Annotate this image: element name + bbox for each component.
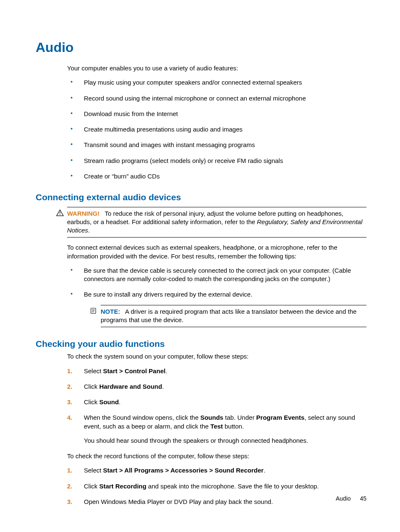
warning-text-end: . (88, 227, 90, 234)
list-item: Download music from the Internet (67, 110, 366, 118)
step-subtext: You should hear sound through the speake… (84, 436, 366, 445)
list-item: Record sound using the internal micropho… (67, 94, 366, 103)
step-item: 4.When the Sound window opens, click the… (67, 413, 366, 445)
list-item: Be sure that the device cable is securel… (67, 266, 366, 284)
heading-checking: Checking your audio functions (36, 338, 366, 350)
step-item: 3.Click Sound. (67, 398, 366, 406)
step-item: 1.Select Start > Control Panel. (67, 367, 366, 375)
warning-icon (56, 209, 64, 216)
heading-connecting: Connecting external audio devices (36, 191, 366, 203)
page-number: 45 (360, 495, 366, 502)
tip-text: Be sure to install any drivers required … (84, 291, 252, 298)
step-item: 1.Select Start > All Programs > Accessor… (67, 466, 366, 475)
note-callout: NOTE: A driver is a required program tha… (101, 305, 366, 328)
list-item: Create or “burn” audio CDs (67, 172, 366, 181)
note-icon (90, 307, 97, 314)
list-item: Be sure to install any drivers required … (67, 290, 366, 327)
record-steps: 1.Select Start > All Programs > Accessor… (67, 466, 366, 506)
step-item: 2.Click Start Recording and speak into t… (67, 482, 366, 491)
page-footer: Audio 45 (336, 495, 366, 503)
note-text: A driver is a required program that acts… (101, 308, 356, 323)
list-item: Stream radio programs (select models onl… (67, 157, 366, 165)
warning-label: WARNING! (67, 210, 100, 217)
list-item: Play music using your computer speakers … (67, 78, 366, 87)
intro-paragraph: Your computer enables you to use a varie… (67, 64, 366, 72)
list-item: Create multimedia presentations using au… (67, 125, 366, 134)
list-item: Transmit sound and images with instant m… (67, 141, 366, 149)
heading-audio: Audio (36, 39, 366, 57)
tips-list: Be sure that the device cable is securel… (67, 266, 366, 327)
warning-callout: WARNING! To reduce the risk of personal … (67, 207, 366, 238)
record-intro: To check the record functions of the com… (67, 452, 366, 460)
sound-steps: 1.Select Start > Control Panel. 2.Click … (67, 367, 366, 445)
connect-paragraph: To connect external devices such as exte… (67, 243, 366, 261)
svg-point-1 (60, 214, 60, 215)
check-intro: To check the system sound on your comput… (67, 352, 366, 361)
footer-section: Audio (336, 495, 351, 502)
note-label: NOTE: (101, 308, 120, 315)
step-item: 2.Click Hardware and Sound. (67, 382, 366, 391)
feature-list: Play music using your computer speakers … (67, 78, 366, 181)
step-item: 3.Open Windows Media Player or DVD Play … (67, 498, 366, 506)
